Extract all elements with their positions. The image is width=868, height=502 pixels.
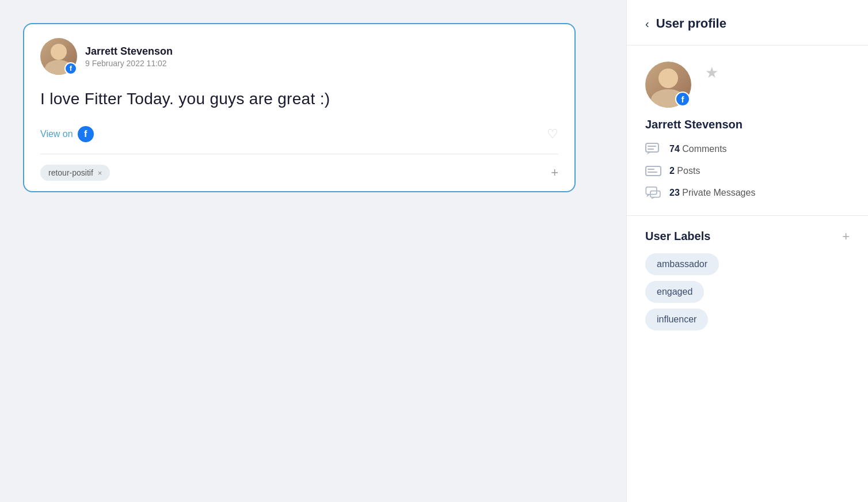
- facebook-f-letter: f: [84, 130, 87, 139]
- label-influencer[interactable]: influencer: [645, 309, 708, 330]
- sidebar-title: User profile: [656, 16, 726, 31]
- stat-messages-text: 23 Private Messages: [669, 188, 755, 198]
- star-icon[interactable]: ★: [705, 64, 718, 82]
- like-button[interactable]: ♡: [547, 127, 558, 142]
- sidebar-profile: f ★ Jarrett Stevenson: [627, 45, 868, 216]
- facebook-badge-letter: f: [70, 64, 72, 72]
- post-card: f Jarrett Stevenson 9 February 2022 11:0…: [23, 23, 576, 192]
- post-actions: View on f ♡: [40, 126, 558, 142]
- facebook-badge: f: [64, 62, 77, 75]
- stat-posts: 2 Posts: [645, 165, 850, 177]
- post-author: Jarrett Stevenson: [85, 45, 173, 58]
- posts-icon: [645, 165, 661, 177]
- stat-comments-label: Comments: [682, 144, 726, 154]
- comments-icon: [645, 143, 661, 155]
- stat-comments: 74 Comments: [645, 143, 850, 155]
- profile-facebook-badge-letter: f: [682, 95, 684, 104]
- tag-pill: retour-positif ×: [40, 165, 110, 181]
- svg-rect-4: [646, 166, 661, 176]
- view-on-link[interactable]: View on f: [40, 126, 94, 142]
- labels-list: ambassador engaged influencer: [645, 253, 850, 330]
- view-on-text: View on: [40, 129, 73, 139]
- post-card-lower: retour-positif × +: [24, 154, 574, 191]
- label-ambassador[interactable]: ambassador: [645, 253, 719, 275]
- back-button[interactable]: ‹: [645, 18, 649, 29]
- post-meta: Jarrett Stevenson 9 February 2022 11:02: [85, 45, 173, 68]
- messages-icon: [645, 187, 661, 199]
- tag-remove-button[interactable]: ×: [98, 169, 102, 177]
- stat-messages-count: 23: [669, 188, 680, 197]
- sidebar: ‹ User profile f ★ Jarrett Stevenson: [626, 0, 868, 502]
- profile-name: Jarrett Stevenson: [645, 118, 850, 131]
- tags-area: retour-positif ×: [40, 165, 110, 181]
- post-date: 9 February 2022 11:02: [85, 59, 173, 68]
- label-engaged[interactable]: engaged: [645, 281, 704, 303]
- add-tag-button[interactable]: +: [551, 166, 558, 179]
- stats-section: 74 Comments 2 Posts: [645, 143, 850, 199]
- post-content: I love Fitter Today. you guys are great …: [40, 88, 558, 110]
- stat-comments-text: 74 Comments: [669, 144, 727, 154]
- post-avatar-wrapper: f: [40, 38, 77, 75]
- main-content: f Jarrett Stevenson 9 February 2022 11:0…: [0, 0, 626, 502]
- stat-messages: 23 Private Messages: [645, 187, 850, 199]
- profile-top: f ★: [645, 62, 850, 108]
- stat-messages-label: Private Messages: [682, 188, 755, 197]
- view-on-facebook-icon: f: [78, 126, 94, 142]
- stat-posts-label: Posts: [677, 166, 700, 176]
- sidebar-header: ‹ User profile: [627, 0, 868, 45]
- post-card-upper: f Jarrett Stevenson 9 February 2022 11:0…: [24, 24, 574, 154]
- profile-facebook-badge: f: [675, 92, 690, 107]
- svg-rect-0: [646, 143, 658, 152]
- stat-posts-count: 2: [669, 166, 675, 176]
- profile-avatar-wrapper: f: [645, 62, 691, 108]
- tag-label: retour-positif: [48, 168, 93, 177]
- user-labels-section: User Labels + ambassador engaged influen…: [627, 216, 868, 344]
- user-labels-header: User Labels +: [645, 230, 850, 243]
- stats-list: 74 Comments 2 Posts: [645, 143, 850, 199]
- add-label-button[interactable]: +: [842, 230, 850, 243]
- stat-comments-count: 74: [669, 144, 680, 154]
- user-labels-title: User Labels: [645, 230, 710, 243]
- stat-posts-text: 2 Posts: [669, 166, 700, 176]
- post-header: f Jarrett Stevenson 9 February 2022 11:0…: [40, 38, 558, 75]
